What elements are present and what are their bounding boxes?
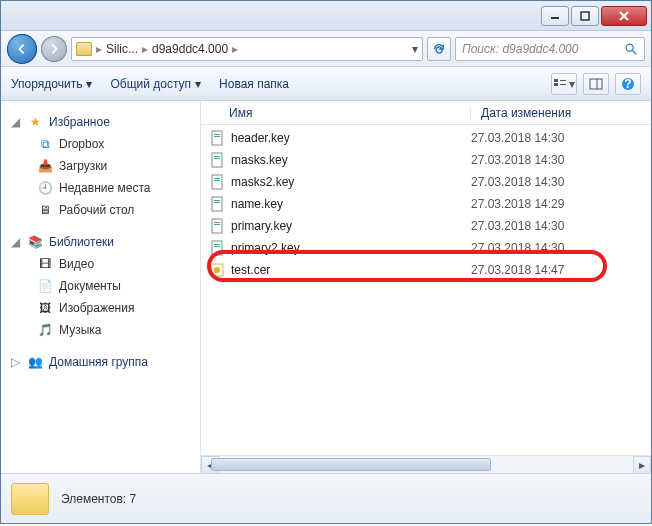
svg-point-4 (626, 44, 633, 51)
toolbar: Упорядочить ▾ Общий доступ ▾ Новая папка… (1, 67, 651, 101)
scroll-thumb[interactable] (211, 458, 491, 471)
view-button[interactable]: ▾ (551, 73, 577, 95)
preview-pane-button[interactable] (583, 73, 609, 95)
sidebar-libraries-header[interactable]: ◢📚Библиотеки (1, 231, 200, 253)
expand-icon: ▷ (11, 355, 21, 369)
chevron-down-icon: ▾ (86, 77, 92, 91)
sidebar-item-desktop[interactable]: 🖥Рабочий стол (1, 199, 200, 221)
svg-rect-23 (212, 197, 222, 211)
file-icon (209, 130, 231, 146)
breadcrumb-seg-1[interactable]: Silic... (106, 42, 138, 56)
sidebar-item-music[interactable]: 🎵Музыка (1, 319, 200, 341)
file-row[interactable]: primary2.key27.03.2018 14:30 (201, 237, 651, 259)
column-modified[interactable]: Дата изменения (471, 106, 651, 120)
file-name: masks.key (231, 153, 471, 167)
svg-rect-29 (212, 241, 222, 255)
svg-line-5 (633, 50, 637, 54)
body: ◢★Избранное ⧉Dropbox 📥Загрузки 🕘Недавние… (1, 101, 651, 473)
sidebar-item-downloads[interactable]: 📥Загрузки (1, 155, 200, 177)
search-input[interactable]: Поиск: d9a9ddc4.000 (455, 37, 645, 61)
file-row[interactable]: masks.key27.03.2018 14:30 (201, 149, 651, 171)
file-icon (209, 152, 231, 168)
breadcrumb-seg-2[interactable]: d9a9ddc4.000 (152, 42, 228, 56)
share-menu[interactable]: Общий доступ ▾ (110, 77, 201, 91)
file-name: primary.key (231, 219, 471, 233)
chevron-down-icon[interactable]: ▾ (412, 42, 418, 56)
sidebar-item-video[interactable]: 🎞Видео (1, 253, 200, 275)
svg-rect-24 (214, 200, 220, 201)
homegroup-icon: 👥 (27, 354, 43, 370)
svg-rect-1 (581, 12, 589, 20)
file-icon (209, 196, 231, 212)
svg-rect-16 (214, 136, 220, 137)
sidebar-item-label: Загрузки (59, 159, 107, 173)
sidebar-item-pictures[interactable]: 🖼Изображения (1, 297, 200, 319)
file-date: 27.03.2018 14:47 (471, 263, 643, 277)
svg-rect-22 (214, 180, 220, 181)
new-folder-button[interactable]: Новая папка (219, 77, 289, 91)
svg-rect-14 (212, 131, 222, 145)
file-row[interactable]: primary.key27.03.2018 14:30 (201, 215, 651, 237)
sidebar-favorites-header[interactable]: ◢★Избранное (1, 111, 200, 133)
sidebar-libraries-label: Библиотеки (49, 235, 114, 249)
close-button[interactable] (601, 6, 647, 26)
file-date: 27.03.2018 14:30 (471, 153, 643, 167)
organize-label: Упорядочить (11, 77, 82, 91)
file-row[interactable]: name.key27.03.2018 14:29 (201, 193, 651, 215)
organize-menu[interactable]: Упорядочить ▾ (11, 77, 92, 91)
minimize-button[interactable] (541, 6, 569, 26)
forward-button[interactable] (41, 36, 67, 62)
file-icon (209, 218, 231, 234)
file-name: header.key (231, 131, 471, 145)
chevron-down-icon: ▾ (569, 77, 575, 91)
column-name[interactable]: Имя (201, 106, 471, 120)
svg-rect-25 (214, 202, 220, 203)
documents-icon: 📄 (37, 278, 53, 294)
search-placeholder: Поиск: d9a9ddc4.000 (462, 42, 578, 56)
explorer-window: ▸ Silic... ▸ d9a9ddc4.000 ▸ ▾ Поиск: d9a… (0, 0, 652, 524)
breadcrumb-sep: ▸ (142, 42, 148, 56)
horizontal-scrollbar[interactable]: ◂ ▸ (201, 455, 651, 473)
sidebar-homegroup-header[interactable]: ▷👥Домашняя группа (1, 351, 200, 373)
help-button[interactable]: ? (615, 73, 641, 95)
svg-point-33 (214, 267, 220, 273)
file-row[interactable]: header.key27.03.2018 14:30 (201, 127, 651, 149)
sidebar-item-label: Видео (59, 257, 94, 271)
sidebar-item-label: Dropbox (59, 137, 104, 151)
collapse-icon: ◢ (11, 115, 21, 129)
sidebar-favorites-label: Избранное (49, 115, 110, 129)
maximize-button[interactable] (571, 6, 599, 26)
svg-rect-19 (214, 158, 220, 159)
sidebar-item-dropbox[interactable]: ⧉Dropbox (1, 133, 200, 155)
sidebar-item-recent[interactable]: 🕘Недавние места (1, 177, 200, 199)
scroll-right-arrow[interactable]: ▸ (633, 456, 651, 473)
desktop-icon: 🖥 (37, 202, 53, 218)
svg-rect-10 (590, 79, 602, 89)
status-text: Элементов: 7 (61, 492, 136, 506)
file-name: primary2.key (231, 241, 471, 255)
back-button[interactable] (7, 34, 37, 64)
address-bar[interactable]: ▸ Silic... ▸ d9a9ddc4.000 ▸ ▾ (71, 37, 423, 61)
share-label: Общий доступ (110, 77, 191, 91)
sidebar-item-label: Документы (59, 279, 121, 293)
sidebar-item-label: Рабочий стол (59, 203, 134, 217)
breadcrumb-sep: ▸ (232, 42, 238, 56)
file-icon (209, 174, 231, 190)
svg-rect-9 (560, 84, 566, 85)
refresh-button[interactable] (427, 37, 451, 61)
file-row[interactable]: masks2.key27.03.2018 14:30 (201, 171, 651, 193)
downloads-icon: 📥 (37, 158, 53, 174)
breadcrumb-sep: ▸ (96, 42, 102, 56)
search-icon (624, 42, 638, 56)
column-headers: Имя Дата изменения (201, 101, 651, 125)
navbar: ▸ Silic... ▸ d9a9ddc4.000 ▸ ▾ Поиск: d9a… (1, 31, 651, 67)
sidebar-homegroup-label: Домашняя группа (49, 355, 148, 369)
svg-rect-6 (554, 79, 558, 82)
file-date: 27.03.2018 14:30 (471, 241, 643, 255)
sidebar-item-documents[interactable]: 📄Документы (1, 275, 200, 297)
sidebar-item-label: Изображения (59, 301, 134, 315)
sidebar-item-label: Недавние места (59, 181, 150, 195)
svg-rect-20 (212, 175, 222, 189)
sidebar-item-label: Музыка (59, 323, 101, 337)
file-row[interactable]: test.cer27.03.2018 14:47 (201, 259, 651, 281)
